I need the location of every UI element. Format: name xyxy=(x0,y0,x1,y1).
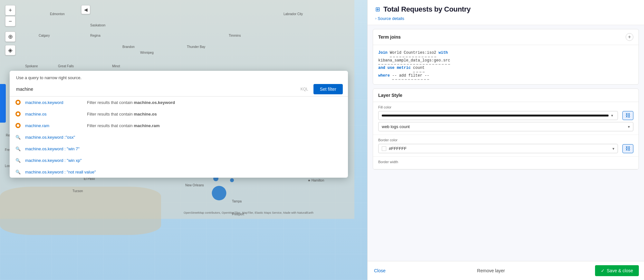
map-controls-extra: ⊕ ◈ xyxy=(5,29,15,55)
border-color-dropdown[interactable]: #FFFFFF ▾ xyxy=(378,144,618,153)
suggestion-field-name-1: machine.os.keyword xyxy=(25,100,83,105)
field-icon-2 xyxy=(15,111,21,117)
panel-footer: Close Remove layer ✓ Save & close xyxy=(368,261,644,280)
search-icon-6: 🔍 xyxy=(15,157,21,163)
code-with-keyword: with xyxy=(438,51,448,55)
border-width-field: Border width xyxy=(373,157,639,169)
border-color-label: Border color xyxy=(378,138,633,142)
suggestion-item-5[interactable]: 🔍 machine.os.keyword : "win 7" xyxy=(10,143,348,154)
code-world-countries: World Countries:iso2 xyxy=(390,50,436,57)
layer-style-label: Layer Style xyxy=(378,93,402,98)
save-close-button[interactable]: ✓ Save & close xyxy=(595,265,639,276)
suggestion-desc-2: Filter results that contain machine.os xyxy=(87,112,343,117)
field-icon-1 xyxy=(15,99,21,106)
filter-header: Use a query to narrow right source. xyxy=(10,71,348,83)
save-close-check-icon: ✓ xyxy=(601,268,605,273)
term-joins-section: Term joins + Join World Countries:iso2 w… xyxy=(373,29,639,85)
code-join-keyword: Join xyxy=(378,51,388,55)
fill-color-metric-dropdown[interactable]: web logs count ▾ xyxy=(378,122,633,131)
term-joins-header: Term joins + xyxy=(373,29,639,45)
field-icon-3 xyxy=(15,122,21,129)
layer-style-header: Layer Style xyxy=(373,89,639,102)
code-metric-keyword: metric xyxy=(397,66,411,70)
code-where-keyword: where xyxy=(378,73,390,78)
source-details-link[interactable]: › Source details xyxy=(375,15,636,22)
code-add-filter: -- add filter -- xyxy=(392,72,429,80)
suggestion-query-4: machine.os.keyword :"osx" xyxy=(25,135,83,140)
right-panel: ⊞ Total Requests by Country › Source det… xyxy=(367,0,644,280)
search-icon-5: 🔍 xyxy=(15,145,21,152)
panel-title: Total Requests by Country xyxy=(383,5,471,14)
suggestion-query-7: machine.os.keyword : "not reall value" xyxy=(25,170,96,174)
close-button[interactable]: Close xyxy=(373,266,387,276)
suggestion-item-3[interactable]: machine.ram Filter results that contain … xyxy=(10,120,348,131)
kql-badge[interactable]: KQL xyxy=(298,86,311,93)
filter-input[interactable] xyxy=(15,83,295,95)
compass-button[interactable]: ⊕ xyxy=(5,32,15,42)
joins-code-block: Join World Countries:iso2 with kibana_sa… xyxy=(373,45,639,84)
suggestion-item-2[interactable]: machine.os Filter results that contain m… xyxy=(10,108,348,120)
fill-color-link-button[interactable]: ⛓ xyxy=(622,111,633,120)
border-color-swatch xyxy=(382,146,386,151)
fill-color-gradient-dropdown[interactable]: ▾ xyxy=(378,111,618,120)
zoom-out-button[interactable]: − xyxy=(5,16,15,26)
save-close-label: Save & close xyxy=(607,268,633,273)
layer-button[interactable]: ◈ xyxy=(5,45,15,55)
map-dot xyxy=(230,178,234,182)
suggestion-desc-1: Filter results that contain machine.os.k… xyxy=(87,100,343,105)
suggestions-list: machine.os.keyword Filter results that c… xyxy=(10,97,348,178)
border-color-link-button[interactable]: ⛓ xyxy=(622,144,633,153)
code-source: kibana_sample_data_logs:geo.src xyxy=(378,57,450,65)
suggestion-item-4[interactable]: 🔍 machine.os.keyword :"osx" xyxy=(10,131,348,143)
suggestion-item-6[interactable]: 🔍 machine.os.keyword : "win xp" xyxy=(10,154,348,166)
set-filter-button[interactable]: Set filter xyxy=(313,84,343,94)
filter-input-row: KQL Set filter xyxy=(10,83,348,97)
fill-color-label: Fill color xyxy=(378,105,633,109)
suggestion-query-5: machine.os.keyword : "win 7" xyxy=(25,146,83,151)
left-accent-bar xyxy=(0,84,6,123)
code-count: count xyxy=(413,65,425,72)
fill-color-field: Fill color ▾ ⛓ web logs count ▾ xyxy=(373,102,639,135)
suggestion-field-name-3: machine.ram xyxy=(25,123,83,128)
collapse-panel-button[interactable]: ◀ xyxy=(81,5,90,14)
border-color-chevron-icon: ▾ xyxy=(612,146,614,151)
map-dot xyxy=(212,186,226,201)
layer-style-section: Layer Style Fill color ▾ ⛓ web logs coun… xyxy=(373,89,639,170)
border-color-field: Border color #FFFFFF ▾ ⛓ xyxy=(373,135,639,157)
fill-color-gradient-bar xyxy=(382,115,609,117)
code-use-keyword: use xyxy=(388,66,395,70)
source-details-chevron-icon: › xyxy=(375,17,376,20)
panel-header: ⊞ Total Requests by Country › Source det… xyxy=(368,0,644,25)
map-controls-zoom: + − xyxy=(5,5,15,26)
suggestion-item-1[interactable]: machine.os.keyword Filter results that c… xyxy=(10,97,348,108)
suggestion-field-name-2: machine.os xyxy=(25,112,83,117)
term-joins-add-button[interactable]: + xyxy=(626,33,633,41)
map-container[interactable]: + − ⊕ ◈ Edmonton Saskatoon Calgary Regin… xyxy=(0,0,367,280)
border-width-label: Border width xyxy=(378,160,633,164)
filter-header-text: Use a query to narrow right source. xyxy=(16,75,82,80)
suggestion-query-6: machine.os.keyword : "win xp" xyxy=(25,158,83,163)
search-icon-7: 🔍 xyxy=(15,169,21,175)
filter-dialog: Use a query to narrow right source. KQL … xyxy=(10,71,348,178)
search-icon-4: 🔍 xyxy=(15,134,21,140)
fill-color-metric-chevron-icon: ▾ xyxy=(628,125,630,129)
fill-color-chevron-icon: ▾ xyxy=(611,113,613,118)
panel-title-icon: ⊞ xyxy=(375,6,380,13)
fill-color-metric-text: web logs count xyxy=(382,124,410,129)
suggestion-desc-3: Filter results that contain machine.ram xyxy=(87,123,343,128)
border-color-hex: #FFFFFF xyxy=(389,146,407,151)
term-joins-label: Term joins xyxy=(378,34,401,40)
code-and-keyword: and xyxy=(378,66,385,70)
remove-layer-button[interactable]: Remove layer xyxy=(472,266,510,276)
suggestion-item-7[interactable]: 🔍 machine.os.keyword : "not reall value" xyxy=(10,166,348,178)
zoom-in-button[interactable]: + xyxy=(5,5,15,15)
source-details-label: Source details xyxy=(378,16,404,21)
